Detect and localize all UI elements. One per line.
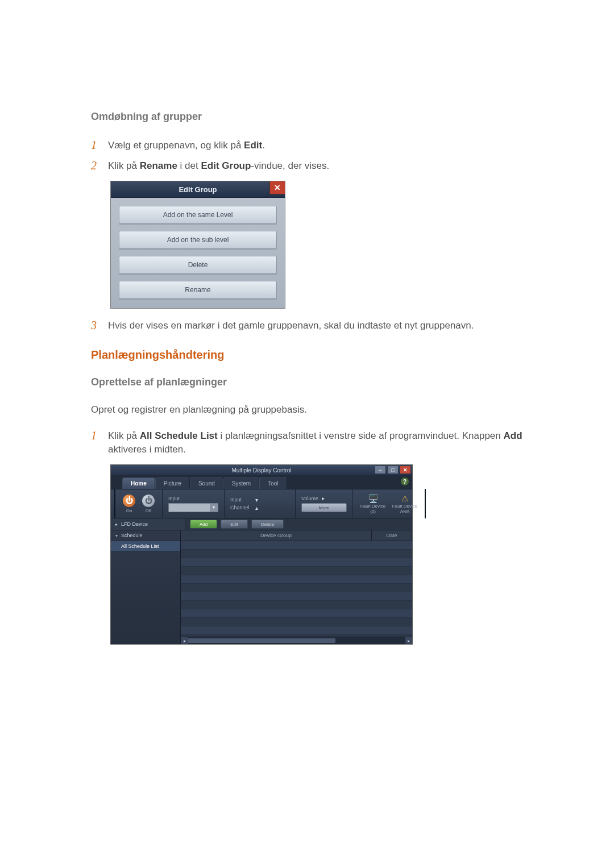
- help-button[interactable]: ?: [401, 477, 409, 485]
- tree-schedule-label: Schedule: [121, 533, 143, 538]
- window-buttons: – □ ✕: [375, 466, 411, 474]
- mute-button[interactable]: Mute: [301, 503, 347, 512]
- input-field: Input ▾: [168, 496, 218, 512]
- tab-home[interactable]: Home: [122, 477, 155, 489]
- dialog-title: Edit Group: [179, 185, 217, 194]
- intro-text: Opret og registrer en planlægning på gru…: [91, 404, 523, 416]
- power-off-button[interactable]: ⏻ Off: [140, 493, 156, 514]
- add-button[interactable]: Add: [190, 520, 217, 529]
- rename-button[interactable]: Rename: [119, 281, 277, 299]
- grid-row: [181, 601, 412, 609]
- heading-rename-groups: Omdøbning af grupper: [91, 111, 523, 123]
- power-on-button[interactable]: ⏻ On: [121, 493, 137, 514]
- text: Klik på: [108, 430, 140, 441]
- kw-add: Add: [503, 430, 522, 441]
- text: aktiveres i midten.: [108, 444, 186, 455]
- tree-section-lfd[interactable]: ▸ LFD Device: [111, 518, 185, 530]
- mdc-action-row: ▸ LFD Device Add Edit Delete: [111, 518, 412, 530]
- text: -vindue, der vises.: [251, 160, 329, 171]
- window-maximize-button[interactable]: □: [387, 466, 399, 474]
- window-close-button[interactable]: ✕: [400, 466, 411, 474]
- tree-node-schedule[interactable]: ▾ Schedule: [111, 530, 180, 541]
- volume-input[interactable]: ▸: [322, 495, 347, 501]
- ribbon-group-volume: Volume ▸ Mute: [296, 489, 353, 518]
- mdc-titlebar: Multiple Display Control – □ ✕: [111, 465, 412, 475]
- edit-group-dialog-figure: Edit Group ✕ Add on the same Level Add o…: [110, 181, 523, 309]
- text: i planlægningsafsnittet i venstre side a…: [218, 430, 504, 441]
- grid-row: [181, 609, 412, 618]
- fault-alert-label: Fault Device Alert: [391, 504, 419, 514]
- fault-device-label: Fault Device (0): [359, 504, 387, 514]
- input-label2: Input: [230, 497, 252, 502]
- mdc-window-figure: Multiple Display Control – □ ✕ ? Home Pi…: [110, 464, 523, 645]
- scroll-track[interactable]: [188, 637, 405, 644]
- tree-lfd-label: LFD Device: [121, 521, 148, 527]
- scroll-thumb[interactable]: [188, 638, 335, 643]
- tab-sound[interactable]: Sound: [190, 477, 223, 489]
- chevron-right-icon: ▸: [115, 522, 121, 527]
- edit-group-dialog: Edit Group ✕ Add on the same Level Add o…: [110, 181, 285, 309]
- tree-node-all-schedule-list[interactable]: All Schedule List: [111, 541, 180, 552]
- power-on-label: On: [126, 508, 132, 513]
- dialog-close-button[interactable]: ✕: [269, 181, 285, 194]
- edit-button[interactable]: Edit: [221, 520, 248, 529]
- mdc-grid: Device Group Date: [181, 530, 412, 644]
- grid-horizontal-scrollbar: ◂ ▸: [181, 637, 412, 644]
- grid-body: [181, 541, 412, 637]
- step-text: Vælg et gruppenavn, og klik på Edit.: [108, 139, 265, 152]
- step-1: 1 Vælg et gruppenavn, og klik på Edit.: [91, 139, 523, 152]
- step-2: 2 Klik på Rename i det Edit Group-vindue…: [91, 159, 523, 173]
- step-text: Hvis der vises en markør i det gamle gru…: [108, 319, 474, 333]
- text: Klik på: [108, 160, 140, 171]
- grid-row: [181, 558, 412, 567]
- delete-button[interactable]: Delete: [119, 256, 277, 274]
- volume-label: Volume: [301, 496, 318, 501]
- ribbon-scroll-right[interactable]: [425, 489, 426, 518]
- add-sub-level-button[interactable]: Add on the sub level: [119, 231, 277, 249]
- input-dropdown2[interactable]: ▾: [255, 497, 289, 503]
- fault-device-button[interactable]: 🖥️ Fault Device (0): [359, 493, 387, 514]
- kw-rename: Rename: [140, 160, 177, 171]
- step-number: 1: [91, 139, 108, 151]
- grid-row: [181, 567, 412, 575]
- spinner-icon: ▸: [322, 495, 347, 501]
- step-number: 3: [91, 319, 108, 331]
- ribbon-group-power: ⏻ On ⏻ Off: [115, 489, 163, 518]
- heading-schedule-management: Planlægningshåndtering: [91, 348, 523, 362]
- action-buttons: Add Edit Delete: [185, 520, 284, 529]
- tab-system[interactable]: System: [223, 477, 259, 489]
- mdc-tabs: Home Picture Sound System Tool: [111, 475, 412, 489]
- monitor-warning-icon: 🖥️: [367, 493, 379, 504]
- input-dropdown[interactable]: ▾: [168, 503, 218, 512]
- sched-step-1: 1 Klik på All Schedule List i planlægnin…: [91, 429, 523, 456]
- mdc-title: Multiple Display Control: [231, 467, 291, 474]
- delete-button[interactable]: Delete: [251, 520, 284, 529]
- grid-row: [181, 575, 412, 584]
- dialog-titlebar: Edit Group ✕: [111, 181, 285, 198]
- window-minimize-button[interactable]: –: [375, 466, 386, 474]
- scroll-left-button[interactable]: ◂: [181, 637, 188, 644]
- scroll-right-button[interactable]: ▸: [405, 637, 412, 644]
- tab-tool[interactable]: Tool: [259, 477, 287, 489]
- mdc-tree: ▾ Schedule All Schedule List: [111, 530, 181, 644]
- step-text: Klik på Rename i det Edit Group-vindue, …: [108, 159, 329, 173]
- mdc-ribbon: ⏻ On ⏻ Off Input ▾: [111, 489, 412, 518]
- dialog-body: Add on the same Level Add on the sub lev…: [111, 198, 285, 308]
- power-off-icon: ⏻: [142, 495, 155, 507]
- steps-rename-list: 1 Vælg et gruppenavn, og klik på Edit. 2…: [91, 139, 523, 173]
- grid-row: [181, 626, 412, 635]
- step-3: 3 Hvis der vises en markør i det gamle g…: [91, 319, 523, 333]
- col-device-group[interactable]: Device Group: [181, 530, 372, 541]
- heading-create-schedules: Oprettelse af planlægninger: [91, 376, 523, 388]
- ribbon-group-input: Input ▾: [163, 489, 225, 518]
- grid-row: [181, 550, 412, 558]
- tree-all-schedule-label: All Schedule List: [121, 543, 159, 549]
- text: i det: [177, 160, 201, 171]
- text: .: [262, 140, 265, 151]
- chevron-down-icon: ▾: [210, 504, 218, 512]
- fault-alert-button[interactable]: ⚠ Fault Device Alert: [391, 493, 419, 514]
- tab-picture[interactable]: Picture: [155, 477, 190, 489]
- col-date[interactable]: Date: [372, 530, 412, 541]
- add-same-level-button[interactable]: Add on the same Level: [119, 206, 277, 224]
- channel-spinner[interactable]: ▴: [255, 505, 289, 511]
